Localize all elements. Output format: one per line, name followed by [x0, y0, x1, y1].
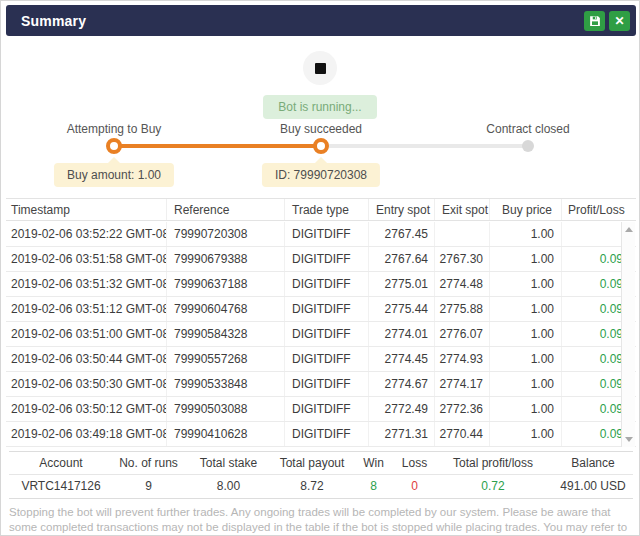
cell-profit-loss: 0.09 [561, 297, 627, 321]
col-header-entry-spot: Entry spot [368, 199, 434, 220]
cell-profit-loss: 0.09 [561, 397, 627, 421]
cell-timestamp: 2019-02-06 03:51:58 GMT-0800 [6, 247, 166, 271]
summary-col-total-stake: Total stake [184, 452, 273, 474]
cell-profit-loss [561, 222, 627, 246]
title-bar: Summary ✕ [6, 5, 636, 36]
step-dot-attempting-to-buy [106, 138, 122, 154]
scroll-up-icon[interactable] [625, 227, 633, 232]
cell-trade-type: DIGITDIFF [284, 372, 368, 396]
cell-buy-price: 1.00 [489, 347, 561, 371]
cell-exit-spot: 2775.88 [434, 297, 489, 321]
summary-col-runs: No. of runs [113, 452, 184, 474]
cell-profit-loss: 0.09 [561, 272, 627, 296]
col-header-profit-loss: Profit/Loss [561, 199, 636, 220]
cell-trade-type: DIGITDIFF [284, 322, 368, 346]
cell-trade-type: DIGITDIFF [284, 297, 368, 321]
summary-col-total-payout: Total payout [273, 452, 351, 474]
cell-reference: 79990533848 [166, 372, 284, 396]
cell-reference: 79990410628 [166, 422, 284, 446]
table-row: 2019-02-06 03:50:30 GMT-080079990533848D… [6, 372, 636, 397]
cell-timestamp: 2019-02-06 03:52:22 GMT-0800 [6, 222, 166, 246]
bot-status-badge: Bot is running... [263, 95, 376, 119]
col-header-buy-price: Buy price [489, 199, 561, 220]
cell-reference: 79990557268 [166, 347, 284, 371]
cell-entry-spot: 2767.64 [368, 247, 434, 271]
cell-profit-loss: 0.09 [561, 347, 627, 371]
table-row: 2019-02-06 03:51:00 GMT-080079990584328D… [6, 322, 636, 347]
cell-profit-loss: 0.09 [561, 372, 627, 396]
cell-timestamp: 2019-02-06 03:49:18 GMT-0800 [6, 422, 166, 446]
cell-buy-price: 1.00 [489, 222, 561, 246]
cell-timestamp: 2019-02-06 03:51:00 GMT-0800 [6, 322, 166, 346]
summary-header-row: Account No. of runs Total stake Total pa… [9, 451, 633, 475]
table-row: 2019-02-06 03:51:12 GMT-080079990604768D… [6, 297, 636, 322]
summary-col-balance: Balance [553, 452, 633, 474]
table-row: 2019-02-06 03:52:22 GMT-080079990720308D… [6, 222, 636, 247]
table-row: 2019-02-06 03:50:44 GMT-080079990557268D… [6, 347, 636, 372]
cell-entry-spot: 2775.01 [368, 272, 434, 296]
save-button[interactable] [584, 11, 605, 31]
cell-entry-spot: 2774.01 [368, 322, 434, 346]
table-scrollbar[interactable] [621, 222, 635, 447]
cell-timestamp: 2019-02-06 03:51:12 GMT-0800 [6, 297, 166, 321]
win-value: 8 [351, 475, 396, 498]
summary-dialog: Summary ✕ Bot is running... [0, 0, 640, 536]
cell-reference: 79990679388 [166, 247, 284, 271]
table-row: 2019-02-06 03:50:12 GMT-080079990503088D… [6, 397, 636, 422]
cell-profit-loss: 0.09 [561, 322, 627, 346]
cell-profit-loss: 0.09 [561, 422, 627, 446]
cell-reference: 79990604768 [166, 297, 284, 321]
cell-buy-price: 1.00 [489, 272, 561, 296]
step-label-attempting-to-buy: Attempting to Buy [67, 122, 162, 136]
cell-trade-type: DIGITDIFF [284, 272, 368, 296]
step-label-contract-closed: Contract closed [486, 122, 569, 136]
close-button[interactable]: ✕ [609, 11, 630, 31]
stop-warning-note: Stopping the bot will prevent further tr… [9, 505, 635, 536]
cell-trade-type: DIGITDIFF [284, 397, 368, 421]
cell-exit-spot: 2772.36 [434, 397, 489, 421]
stop-icon [315, 63, 326, 74]
trades-table-body: 2019-02-06 03:52:22 GMT-080079990720308D… [6, 221, 636, 448]
progress-line-active [114, 144, 321, 148]
col-header-trade-type: Trade type [284, 199, 368, 220]
balance-value: 491.00 USD [553, 475, 633, 498]
cell-entry-spot: 2774.45 [368, 347, 434, 371]
total-profit-loss-value: 0.72 [433, 475, 553, 498]
cell-entry-spot: 2772.49 [368, 397, 434, 421]
cell-reference: 79990637188 [166, 272, 284, 296]
cell-exit-spot: 2774.48 [434, 272, 489, 296]
cell-buy-price: 1.00 [489, 397, 561, 421]
session-summary-table: Account No. of runs Total stake Total pa… [9, 451, 633, 499]
cell-reference: 79990584328 [166, 322, 284, 346]
cell-entry-spot: 2775.44 [368, 297, 434, 321]
cell-trade-type: DIGITDIFF [284, 347, 368, 371]
step-label-buy-succeeded: Buy succeeded [280, 122, 362, 136]
progress-line-inactive [321, 144, 528, 148]
cell-entry-spot: 2771.31 [368, 422, 434, 446]
runs-value: 9 [113, 475, 184, 498]
titlebar-buttons: ✕ [584, 11, 630, 31]
cell-exit-spot: 2774.17 [434, 372, 489, 396]
table-row: 2019-02-06 03:49:18 GMT-080079990410628D… [6, 422, 636, 447]
cell-profit-loss: 0.09 [561, 247, 627, 271]
summary-values-row: VRTC1417126 9 8.00 8.72 8 0 0.72 491.00 … [9, 475, 633, 499]
cell-buy-price: 1.00 [489, 297, 561, 321]
cell-exit-spot: 2774.93 [434, 347, 489, 371]
cell-timestamp: 2019-02-06 03:50:12 GMT-0800 [6, 397, 166, 421]
total-stake-value: 8.00 [184, 475, 273, 498]
loss-value: 0 [396, 475, 433, 498]
summary-col-account: Account [9, 452, 113, 474]
cell-timestamp: 2019-02-06 03:50:44 GMT-0800 [6, 347, 166, 371]
cell-entry-spot: 2767.45 [368, 222, 434, 246]
dialog-title: Summary [21, 13, 86, 29]
cell-buy-price: 1.00 [489, 247, 561, 271]
table-row: 2019-02-06 03:51:32 GMT-080079990637188D… [6, 272, 636, 297]
summary-col-total-profit-loss: Total profit/loss [433, 452, 553, 474]
scroll-down-icon[interactable] [625, 437, 633, 442]
save-icon [589, 15, 601, 27]
step-dot-buy-succeeded [313, 138, 329, 154]
col-header-reference: Reference [166, 199, 284, 220]
cell-trade-type: DIGITDIFF [284, 422, 368, 446]
summary-col-win: Win [351, 452, 396, 474]
stop-bot-button[interactable] [303, 51, 337, 85]
